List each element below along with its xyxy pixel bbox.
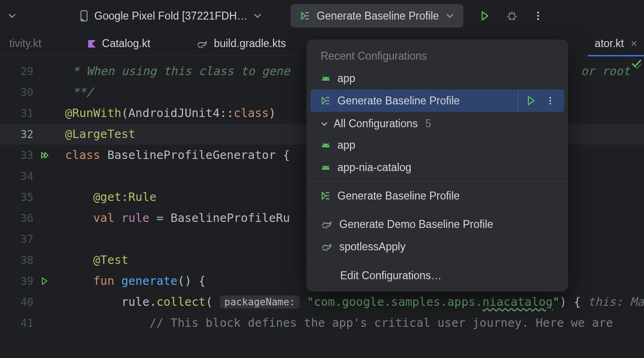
- inspection-status-icon[interactable]: [631, 59, 642, 69]
- code-text: val: [93, 211, 114, 225]
- config-item-app-nia-catalog[interactable]: app-nia-catalog: [307, 156, 568, 179]
- code-text: ): [269, 106, 276, 120]
- code-text: niacatalog: [483, 295, 553, 309]
- config-label: Generate Baseline Profile: [337, 95, 460, 107]
- gradle-icon: [196, 39, 208, 49]
- config-label: spotlessApply: [339, 241, 406, 253]
- code-text: () {: [177, 274, 205, 288]
- run-config-selector[interactable]: Generate Baseline Profile: [291, 4, 463, 28]
- tab-label: ator.kt: [595, 37, 624, 50]
- gradle-icon: [321, 219, 333, 229]
- gutter-line[interactable]: 35: [0, 186, 51, 207]
- code-text: // This block defines the app's critical…: [149, 316, 613, 330]
- chevron-down-icon: [446, 13, 454, 19]
- divider: [307, 181, 568, 182]
- tab-generator-kt[interactable]: ator.kt ✕: [588, 32, 644, 56]
- param-hint: packageName:: [220, 296, 300, 309]
- code-text: = BaselineProfileRu: [149, 211, 290, 225]
- edit-configurations[interactable]: Edit Configurations…: [307, 264, 568, 288]
- all-configs-header[interactable]: All Configurations 5: [307, 112, 568, 134]
- profile-icon: [321, 96, 331, 106]
- code-text: generate: [121, 274, 177, 288]
- code-text: rule.: [121, 295, 156, 309]
- divider: [307, 261, 568, 261]
- gutter-line[interactable]: 41: [0, 312, 51, 333]
- tab-label: Catalog.kt: [102, 37, 151, 50]
- config-item-spotless-apply[interactable]: spotlessApply: [307, 235, 568, 258]
- config-item-app[interactable]: app: [307, 67, 568, 90]
- android-icon: [321, 163, 331, 172]
- code-text: @LargeTest: [65, 127, 136, 141]
- tab-build-gradle-kts[interactable]: build.gradle.kts: [189, 32, 293, 56]
- gutter-line[interactable]: 34: [0, 165, 51, 186]
- main-toolbar: Google Pixel Fold [37221FDH… Generate Ba…: [0, 0, 644, 32]
- gutter-line[interactable]: 33: [0, 145, 51, 165]
- config-label: app: [337, 72, 355, 85]
- toolbar-menu-chevron[interactable]: [4, 7, 21, 24]
- gutter-line[interactable]: 29: [0, 61, 51, 82]
- code-text: **/: [65, 85, 93, 99]
- config-label: Generate Baseline Profile: [337, 190, 460, 202]
- code-text: fun: [93, 274, 114, 288]
- gutter-line[interactable]: 32: [0, 124, 51, 145]
- config-item-generate-demo-baseline-profile[interactable]: Generate Demo Baseline Profile: [307, 213, 568, 235]
- inlay-hint: this: Ma: [588, 295, 644, 309]
- gradle-icon: [321, 241, 333, 252]
- config-item-app[interactable]: app: [307, 134, 568, 156]
- divider: [307, 210, 568, 210]
- config-label: Generate Demo Baseline Profile: [339, 218, 493, 231]
- run-config-label: Generate Baseline Profile: [317, 10, 439, 22]
- gutter-line[interactable]: 38: [0, 249, 51, 270]
- gutter-line[interactable]: 39: [0, 270, 51, 291]
- code-text: @Test: [93, 253, 128, 267]
- tab-label: build.gradle.kts: [214, 37, 286, 50]
- gutter-line[interactable]: 40: [0, 291, 51, 312]
- more-actions-button[interactable]: [528, 6, 548, 26]
- run-gutter-icon[interactable]: [40, 151, 49, 159]
- config-item-generate-baseline-profile[interactable]: Generate Baseline Profile: [307, 185, 568, 207]
- device-label: Google Pixel Fold [37221FDH…: [94, 10, 248, 22]
- more-icon[interactable]: [546, 96, 554, 105]
- code-text: * When using this class to gene: [65, 64, 290, 78]
- code-text: rule: [121, 211, 149, 225]
- code-text: (: [206, 295, 220, 309]
- config-count: 5: [425, 117, 431, 130]
- chevron-down-icon: [253, 13, 262, 19]
- run-config-popup: Recent Configurations app Generate Basel…: [306, 39, 568, 292]
- profile-icon: [321, 191, 331, 201]
- config-label: app: [337, 139, 355, 151]
- tab-activity-kt[interactable]: tivity.kt: [3, 32, 48, 56]
- android-icon: [321, 74, 331, 83]
- code-text: [114, 274, 121, 288]
- gutter-line[interactable]: 36: [0, 207, 51, 228]
- recent-configs-header: Recent Configurations: [307, 46, 568, 67]
- close-icon[interactable]: ✕: [630, 39, 637, 49]
- config-label: app-nia-catalog: [337, 161, 412, 174]
- code-text: class: [65, 148, 100, 162]
- code-text: [114, 211, 121, 225]
- gutter-line[interactable]: 30: [0, 82, 51, 103]
- tab-catalog-kt[interactable]: Catalog.kt: [81, 32, 157, 56]
- run-button[interactable]: [476, 6, 496, 26]
- debug-button[interactable]: [502, 6, 522, 26]
- kotlin-icon: [87, 39, 97, 48]
- device-selector[interactable]: Google Pixel Fold [37221FDH…: [73, 6, 268, 26]
- gutter-line[interactable]: 31: [0, 103, 51, 124]
- gutter: 29 30 31 32 33 34 35 36 37 38 39 40 41: [0, 56, 51, 358]
- code-text: collect: [156, 295, 205, 309]
- chevron-down-icon: [321, 121, 328, 127]
- run-icon[interactable]: [527, 96, 537, 106]
- android-icon: [321, 141, 331, 149]
- run-gutter-icon[interactable]: [41, 277, 49, 285]
- code-text: BaselineProfileGenerator {: [100, 148, 290, 162]
- code-text: @RunWith: [65, 106, 121, 120]
- code-text: @get:Rule: [93, 190, 156, 204]
- phone-icon: [79, 10, 89, 21]
- tab-label: tivity.kt: [9, 37, 42, 50]
- code-text: ") {: [553, 295, 588, 309]
- config-item-generate-baseline-profile[interactable]: Generate Baseline Profile: [310, 90, 564, 112]
- code-text: class: [234, 106, 269, 120]
- code-text: "com.google.samples.apps.: [300, 295, 482, 309]
- gutter-line[interactable]: 37: [0, 228, 51, 249]
- profile-icon: [300, 11, 310, 21]
